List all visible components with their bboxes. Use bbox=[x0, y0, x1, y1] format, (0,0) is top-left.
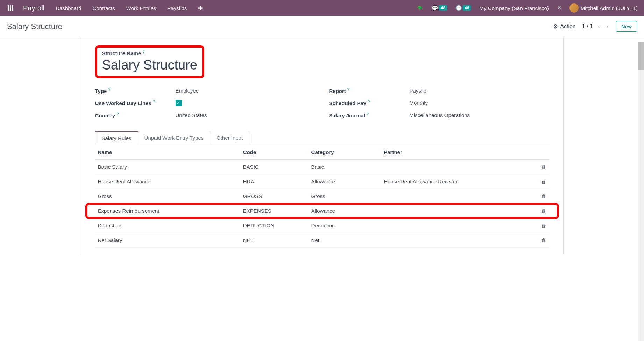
cell-name[interactable]: Expenses Reimbursement bbox=[95, 204, 240, 218]
pager-next-icon[interactable]: › bbox=[605, 23, 610, 30]
bug-icon: 🪲 bbox=[417, 5, 423, 11]
cell-partner[interactable] bbox=[381, 189, 535, 204]
cell-code[interactable]: HRA bbox=[240, 174, 309, 189]
help-icon[interactable]: ? bbox=[116, 112, 119, 116]
tab-other-input[interactable]: Other Input bbox=[210, 131, 249, 145]
new-button[interactable]: New bbox=[616, 21, 637, 32]
worked-day-checkbox[interactable]: ✓ bbox=[176, 100, 182, 106]
help-icon[interactable]: ? bbox=[153, 100, 155, 104]
activities-button[interactable]: 🕐 46 bbox=[452, 2, 474, 14]
rules-table: Name Code Category Partner Basic Salary … bbox=[95, 145, 549, 248]
action-label: Action bbox=[560, 23, 575, 30]
salary-journal-value[interactable]: Miscellaneous Operations bbox=[410, 112, 470, 118]
delete-row-button[interactable]: 🗑 bbox=[535, 233, 549, 248]
help-icon[interactable]: ? bbox=[142, 50, 144, 55]
table-row[interactable]: Net Salary NET Net 🗑 bbox=[95, 233, 549, 248]
nav-new-icon[interactable]: ✚ bbox=[192, 0, 208, 16]
help-icon[interactable]: ? bbox=[108, 87, 111, 92]
help-icon[interactable]: ? bbox=[368, 100, 370, 104]
cell-category[interactable]: Allowance bbox=[309, 204, 381, 218]
nav-work-entries[interactable]: Work Entries bbox=[121, 0, 162, 16]
plus-icon: ✚ bbox=[198, 5, 203, 12]
th-category[interactable]: Category bbox=[309, 145, 381, 160]
cell-name[interactable]: Gross bbox=[95, 189, 240, 204]
form-left-col: Type ? Employee Use Worked Day Lines ? ✓ bbox=[95, 85, 315, 121]
trash-icon: 🗑 bbox=[541, 237, 546, 243]
trash-icon: 🗑 bbox=[541, 223, 546, 228]
cell-name[interactable]: Net Salary bbox=[95, 233, 240, 248]
cell-code[interactable]: GROSS bbox=[240, 189, 309, 204]
field-scheduled-pay: Scheduled Pay ? Monthly bbox=[329, 97, 549, 109]
breadcrumb-title[interactable]: Salary Structure bbox=[7, 22, 62, 31]
th-partner[interactable]: Partner bbox=[381, 145, 535, 160]
user-avatar bbox=[569, 3, 579, 13]
nav-dashboard[interactable]: Dashboard bbox=[50, 0, 87, 16]
nav-payslips[interactable]: Payslips bbox=[162, 0, 192, 16]
delete-row-button[interactable]: 🗑 bbox=[535, 204, 549, 218]
user-menu[interactable]: Mitchell Admin (JULY_1) bbox=[567, 3, 641, 13]
pager-prev-icon[interactable]: ‹ bbox=[596, 23, 601, 30]
type-value[interactable]: Employee bbox=[176, 88, 199, 94]
messages-button[interactable]: 💬 48 bbox=[428, 2, 451, 14]
delete-row-button[interactable]: 🗑 bbox=[535, 160, 549, 174]
delete-row-button[interactable]: 🗑 bbox=[535, 218, 549, 233]
debug-icon[interactable]: 🪲 bbox=[413, 2, 427, 14]
navbar-left: Payroll Dashboard Contracts Work Entries… bbox=[3, 0, 208, 16]
chat-icon: 💬 bbox=[432, 5, 438, 11]
cell-code[interactable]: NET bbox=[240, 233, 309, 248]
cell-partner[interactable] bbox=[381, 204, 535, 218]
cell-category[interactable]: Basic bbox=[309, 160, 381, 174]
country-value[interactable]: United States bbox=[176, 112, 207, 118]
cell-name[interactable]: House Rent Allowance bbox=[95, 174, 240, 189]
cell-category[interactable]: Net bbox=[309, 233, 381, 248]
table-row[interactable]: House Rent Allowance HRA Allowance House… bbox=[95, 174, 549, 189]
table-row[interactable]: Gross GROSS Gross 🗑 bbox=[95, 189, 549, 204]
cell-category[interactable]: Allowance bbox=[309, 174, 381, 189]
tab-unpaid-work-entry[interactable]: Unpaid Work Entry Types bbox=[138, 131, 211, 145]
cell-category[interactable]: Deduction bbox=[309, 218, 381, 233]
pager-value[interactable]: 1 / 1 bbox=[582, 23, 593, 30]
table-row[interactable]: Basic Salary BASIC Basic 🗑 bbox=[95, 160, 549, 174]
cell-partner[interactable]: House Rent Allowance Register bbox=[381, 174, 535, 189]
type-label: Type ? bbox=[95, 87, 176, 94]
structure-name-value[interactable]: Salary Structure bbox=[102, 58, 197, 73]
table-row[interactable]: Deduction DEDUCTION Deduction 🗑 bbox=[95, 218, 549, 233]
cell-category[interactable]: Gross bbox=[309, 189, 381, 204]
trash-icon: 🗑 bbox=[541, 164, 546, 170]
cell-name[interactable]: Basic Salary bbox=[95, 160, 240, 174]
cell-code[interactable]: EXPENSES bbox=[240, 204, 309, 218]
cell-partner[interactable] bbox=[381, 218, 535, 233]
delete-row-button[interactable]: 🗑 bbox=[535, 174, 549, 189]
checkbox-checked-icon: ✓ bbox=[176, 100, 182, 106]
trash-icon: 🗑 bbox=[541, 179, 546, 184]
scrollbar-track[interactable] bbox=[638, 42, 644, 255]
content-wrapper: Structure Name ? Salary Structure Type ?… bbox=[0, 37, 644, 255]
scheduled-pay-value[interactable]: Monthly bbox=[410, 100, 428, 106]
clock-icon: 🕐 bbox=[455, 5, 462, 11]
help-icon[interactable]: ? bbox=[367, 112, 369, 116]
th-name[interactable]: Name bbox=[95, 145, 240, 160]
action-button[interactable]: ⚙ Action bbox=[553, 23, 575, 30]
cell-code[interactable]: DEDUCTION bbox=[240, 218, 309, 233]
th-code[interactable]: Code bbox=[240, 145, 309, 160]
cell-name[interactable]: Deduction bbox=[95, 218, 240, 233]
main-navbar: Payroll Dashboard Contracts Work Entries… bbox=[0, 0, 644, 16]
tab-salary-rules[interactable]: Salary Rules bbox=[95, 131, 138, 145]
help-icon[interactable]: ? bbox=[347, 87, 349, 92]
trash-icon: 🗑 bbox=[541, 193, 546, 199]
apps-menu-icon[interactable] bbox=[3, 2, 17, 14]
trash-icon: 🗑 bbox=[541, 208, 546, 214]
cell-partner[interactable] bbox=[381, 160, 535, 174]
nav-contracts[interactable]: Contracts bbox=[87, 0, 121, 16]
cell-code[interactable]: BASIC bbox=[240, 160, 309, 174]
report-value[interactable]: Payslip bbox=[410, 88, 426, 94]
company-switcher[interactable]: My Company (San Francisco) bbox=[476, 5, 552, 11]
scrollbar-thumb[interactable] bbox=[638, 42, 644, 70]
cell-partner[interactable] bbox=[381, 233, 535, 248]
field-report: Report ? Payslip bbox=[329, 85, 549, 97]
tools-icon[interactable]: ✕ bbox=[554, 2, 565, 14]
table-row[interactable]: Expenses Reimbursement EXPENSES Allowanc… bbox=[95, 204, 549, 218]
app-brand[interactable]: Payroll bbox=[17, 4, 50, 12]
field-country: Country ? United States bbox=[95, 109, 315, 121]
delete-row-button[interactable]: 🗑 bbox=[535, 189, 549, 204]
